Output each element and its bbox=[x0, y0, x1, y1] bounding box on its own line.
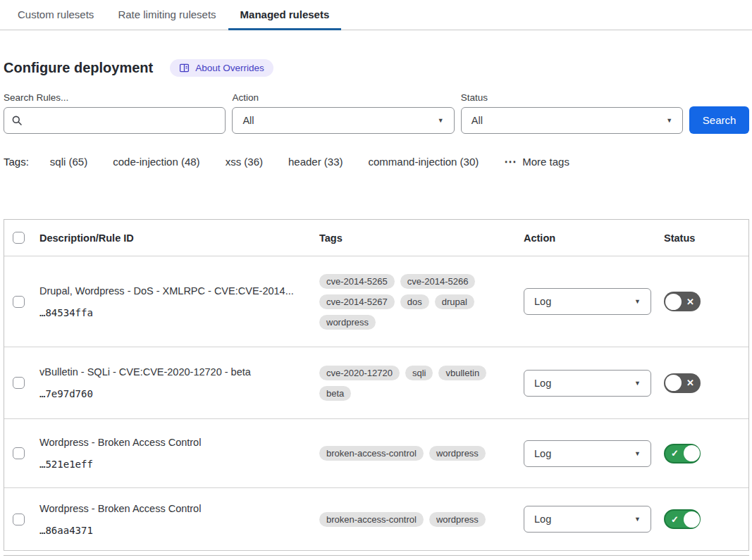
chevron-down-icon: ▼ bbox=[634, 516, 641, 523]
table-row: Wordpress - Broken Access Control …86aa4… bbox=[4, 487, 748, 550]
tag-pill[interactable]: cve-2014-5266 bbox=[400, 274, 476, 289]
action-select-value: Log bbox=[534, 378, 551, 389]
column-tags: Tags bbox=[319, 232, 524, 244]
tag-pill[interactable]: broken-access-control bbox=[319, 512, 424, 527]
table-row: Wordpress - Broken Access Control …521e1… bbox=[4, 418, 748, 487]
row-checkbox[interactable] bbox=[13, 296, 25, 308]
ruleset-tabbar: Custom rulesets Rate limiting rulesets M… bbox=[0, 0, 752, 30]
rule-id: …86aa4371 bbox=[39, 525, 312, 536]
tag-pill[interactable]: vbulletin bbox=[438, 366, 486, 380]
row-checkbox[interactable] bbox=[13, 447, 25, 459]
tab-rate-limiting-rulesets[interactable]: Rate limiting rulesets bbox=[106, 0, 228, 30]
tag-pill[interactable]: wordpress bbox=[429, 446, 486, 461]
tag-pill[interactable]: sqli bbox=[405, 366, 433, 380]
select-all-checkbox[interactable] bbox=[13, 232, 25, 244]
rule-description: Wordpress - Broken Access Control bbox=[39, 437, 312, 448]
chevron-down-icon: ▼ bbox=[634, 450, 641, 457]
tag-pill[interactable]: cve-2014-5265 bbox=[319, 274, 395, 289]
more-dots-icon: ⋯ bbox=[504, 158, 517, 166]
search-button[interactable]: Search bbox=[689, 106, 749, 134]
more-tags-label: More tags bbox=[522, 156, 569, 168]
toggle-knob bbox=[684, 445, 700, 461]
cross-icon: ✕ bbox=[682, 297, 699, 307]
search-rules-input[interactable] bbox=[28, 115, 218, 126]
check-icon: ✓ bbox=[666, 448, 684, 459]
about-overrides-label: About Overrides bbox=[195, 63, 264, 73]
filters-row: Search Rules... Action All ▼ Status All … bbox=[4, 92, 749, 134]
table-header: Description/Rule ID Tags Action Status bbox=[4, 220, 748, 256]
action-select-value: Log bbox=[534, 296, 551, 307]
cross-icon: ✕ bbox=[682, 378, 699, 388]
chevron-down-icon: ▼ bbox=[634, 298, 641, 305]
column-action: Action bbox=[524, 232, 664, 244]
action-select[interactable]: Log ▼ bbox=[524, 506, 651, 533]
tab-managed-rulesets[interactable]: Managed rulesets bbox=[228, 0, 342, 30]
action-select[interactable]: Log ▼ bbox=[524, 370, 651, 397]
tag-pill[interactable]: cve-2014-5267 bbox=[319, 294, 395, 309]
column-status: Status bbox=[664, 232, 748, 244]
table-row: Drupal, Wordpress - DoS - XMLRPC - CVE:C… bbox=[4, 256, 748, 347]
tag-pill[interactable]: broken-access-control bbox=[319, 446, 424, 461]
status-toggle[interactable]: ✕ bbox=[664, 373, 701, 393]
action-filter-label: Action bbox=[232, 92, 454, 103]
tag-link-header[interactable]: header (33) bbox=[288, 156, 343, 168]
action-select-value: Log bbox=[534, 514, 551, 525]
rule-description: Wordpress - Broken Access Control bbox=[39, 503, 312, 514]
action-filter-value: All bbox=[242, 115, 254, 126]
action-select[interactable]: Log ▼ bbox=[524, 440, 651, 467]
rule-id: …7e97d760 bbox=[39, 388, 312, 399]
chevron-down-icon: ▼ bbox=[634, 380, 641, 387]
rule-tags: cve-2014-5265cve-2014-5266cve-2014-5267d… bbox=[319, 274, 501, 335]
table-row: vBulletin - SQLi - CVE:CVE-2020-12720 - … bbox=[4, 347, 748, 418]
heading-row: Configure deployment About Overrides bbox=[4, 59, 749, 77]
more-tags-button[interactable]: ⋯ More tags bbox=[504, 156, 569, 168]
status-toggle[interactable]: ✕ bbox=[664, 292, 701, 311]
next-row-divider bbox=[4, 555, 749, 556]
tab-custom-rulesets[interactable]: Custom rulesets bbox=[6, 0, 106, 30]
tag-links: sqli (65) code-injection (48) xss (36) h… bbox=[50, 156, 479, 168]
column-description: Description/Rule ID bbox=[39, 232, 319, 244]
search-rules-label: Search Rules... bbox=[4, 92, 226, 103]
chevron-down-icon: ▼ bbox=[666, 117, 672, 124]
tag-link-sqli[interactable]: sqli (65) bbox=[50, 156, 87, 168]
rules-table: Description/Rule ID Tags Action Status D… bbox=[4, 219, 749, 551]
status-filter-label: Status bbox=[461, 92, 683, 103]
tag-pill[interactable]: wordpress bbox=[429, 512, 486, 527]
tag-pill[interactable]: drupal bbox=[435, 294, 474, 309]
rule-description: vBulletin - SQLi - CVE:CVE-2020-12720 - … bbox=[39, 366, 312, 378]
rule-id: …84534ffa bbox=[39, 307, 312, 318]
status-toggle[interactable]: ✓ bbox=[664, 509, 701, 529]
toggle-knob bbox=[684, 511, 700, 528]
status-filter-value: All bbox=[471, 115, 483, 126]
rule-tags: broken-access-controlwordpress bbox=[319, 512, 501, 533]
action-select[interactable]: Log ▼ bbox=[524, 288, 651, 315]
tag-link-code-injection[interactable]: code-injection (48) bbox=[113, 156, 199, 168]
page-title: Configure deployment bbox=[4, 60, 153, 76]
book-icon bbox=[179, 63, 190, 73]
action-select-value: Log bbox=[534, 448, 551, 459]
status-filter-select[interactable]: All ▼ bbox=[461, 107, 683, 134]
tags-bar: Tags: sqli (65) code-injection (48) xss … bbox=[4, 156, 749, 168]
toggle-knob bbox=[665, 375, 682, 391]
tag-link-command-injection[interactable]: command-injection (30) bbox=[369, 156, 479, 168]
tags-bar-label: Tags: bbox=[4, 156, 29, 168]
about-overrides-badge[interactable]: About Overrides bbox=[170, 59, 273, 77]
rule-tags: cve-2020-12720sqlivbulletinbeta bbox=[319, 366, 501, 406]
action-filter-select[interactable]: All ▼ bbox=[232, 107, 454, 134]
tag-pill[interactable]: dos bbox=[400, 294, 429, 309]
row-checkbox[interactable] bbox=[13, 377, 25, 389]
rule-tags: broken-access-controlwordpress bbox=[319, 446, 501, 466]
tag-pill[interactable]: beta bbox=[319, 386, 351, 401]
rule-id: …521e1eff bbox=[39, 459, 312, 470]
check-icon: ✓ bbox=[666, 514, 684, 525]
search-icon bbox=[11, 115, 23, 126]
search-box bbox=[4, 107, 226, 134]
tag-pill[interactable]: cve-2020-12720 bbox=[319, 366, 400, 380]
status-toggle[interactable]: ✓ bbox=[664, 444, 701, 463]
chevron-down-icon: ▼ bbox=[438, 117, 444, 124]
row-checkbox[interactable] bbox=[13, 514, 25, 525]
tag-pill[interactable]: wordpress bbox=[319, 315, 376, 330]
rule-description: Drupal, Wordpress - DoS - XMLRPC - CVE:C… bbox=[39, 285, 312, 297]
toggle-knob bbox=[665, 294, 682, 310]
tag-link-xss[interactable]: xss (36) bbox=[226, 156, 263, 168]
